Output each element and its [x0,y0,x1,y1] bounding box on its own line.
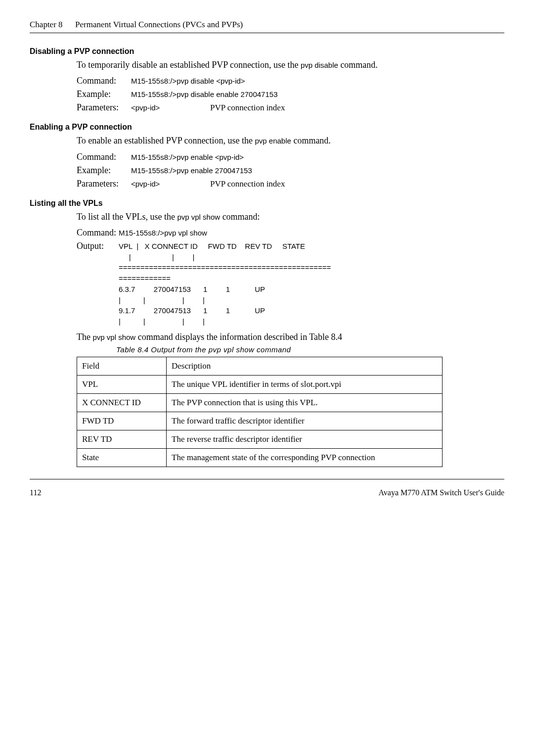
disable-intro-a: To temporarily disable an established PV… [77,60,301,70]
vpls-output-lines: VPL | X CONNECT ID FWD TD REV TD STATE |… [119,241,331,327]
table-cell-field: State [77,448,167,467]
page-header: Chapter 8 Permanent Virtual Connections … [30,20,504,30]
vpls-intro-a: To list all the VPLs, use the [77,212,177,222]
section-heading-enable: Enabling a PVP connection [30,123,504,132]
table-cell-field: REV TD [77,430,167,448]
footer-rule [30,479,504,479]
disable-command-row: Command: M15-155s8:/>pvp disable <pvp-id… [77,76,504,86]
enable-param-row: Parameters: <pvp-id> PVP connection inde… [77,179,504,189]
chapter-title: Permanent Virtual Connections (PVCs and … [75,20,243,29]
enable-param-label: Parameters: [77,179,131,189]
vpls-command-row: Command: M15-155s8:/>pvp vpl show [77,228,504,238]
table-cell-field: FWD TD [77,412,167,430]
table-cell-desc: The unique VPL identifier in terms of sl… [167,375,443,393]
vpls-after-cmd: pvp vpl show [92,333,135,341]
disable-command-label: Command: [77,76,131,86]
disable-example-row: Example: M15-155s8:/>pvp disable enable … [77,89,504,99]
doc-title: Avaya M770 ATM Switch User's Guide [378,488,504,497]
section-heading-vpls: Listing all the VPLs [30,199,504,208]
vpls-intro-b: command: [220,212,260,222]
chapter-label: Chapter 8 [30,20,63,29]
table-head-field: Field [77,357,167,375]
table-row: FWD TD The forward traffic descriptor id… [77,412,443,430]
disable-param-name: <pvp-id> [131,103,210,112]
enable-param-desc: PVP connection index [210,179,285,189]
enable-command-val: M15-155s8:/>pvp enable <pvp-id> [131,153,244,161]
table-cell-desc: The PVP connection that is using this VP… [167,393,443,412]
vpls-output-row: Output: VPL | X CONNECT ID FWD TD REV TD… [77,241,504,327]
page-footer: 112 Avaya M770 ATM Switch User's Guide [30,488,504,497]
enable-param-name: <pvp-id> [131,180,210,188]
table-row: X CONNECT ID The PVP connection that is … [77,393,443,412]
table-cell-field: VPL [77,375,167,393]
disable-example-label: Example: [77,89,131,99]
enable-intro-b: command. [291,136,331,145]
enable-example-row: Example: M15-155s8:/>pvp enable 27004715… [77,165,504,176]
disable-param-label: Parameters: [77,102,131,113]
vpls-output-label: Output: [77,241,119,327]
table-row: State The management state of the corres… [77,448,443,467]
table-cell-desc: The forward traffic descriptor identifie… [167,412,443,430]
enable-command-row: Command: M15-155s8:/>pvp enable <pvp-id> [77,152,504,162]
enable-intro-cmd: pvp enable [255,137,291,145]
section-heading-disable: Disabling a PVP connection [30,47,504,56]
table-cell-field: X CONNECT ID [77,393,167,412]
vpls-intro-cmd: pvp vpl show [177,213,220,221]
table-row: VPL The unique VPL identifier in terms o… [77,375,443,393]
page-number: 112 [30,488,41,497]
table-cell-desc: The management state of the correspondin… [167,448,443,467]
vpls-intro: To list all the VPLs, use the pvp vpl sh… [77,211,504,223]
vpls-command-label: Command: [77,228,119,238]
vpls-after-a: The [77,332,92,342]
table-row: REV TD The reverse traffic descriptor id… [77,430,443,448]
enable-intro: To enable an established PVP connection,… [77,135,504,146]
header-rule [30,33,504,33]
disable-intro-b: command. [338,60,378,70]
disable-param-row: Parameters: <pvp-id> PVP connection inde… [77,102,504,113]
disable-intro: To temporarily disable an established PV… [77,59,504,71]
table-row: Field Description [77,357,443,375]
enable-intro-a: To enable an established PVP connection,… [77,136,255,145]
disable-command-val: M15-155s8:/>pvp disable <pvp-id> [131,77,245,85]
enable-command-label: Command: [77,152,131,162]
disable-param-desc: PVP connection index [210,103,285,113]
table-caption: Table 8.4 Output from the pvp vpl show c… [116,345,504,354]
table-wrap: Table 8.4 Output from the pvp vpl show c… [77,345,504,467]
disable-example-val: M15-155s8:/>pvp disable enable 270047153 [131,90,277,98]
vpls-command-val: M15-155s8:/>pvp vpl show [119,229,207,237]
table-cell-desc: The reverse traffic descriptor identifie… [167,430,443,448]
info-table: Field Description VPL The unique VPL ide… [77,357,443,467]
vpls-after-b: command displays the information describ… [135,332,342,342]
vpls-after: The pvp vpl show command displays the in… [77,332,504,342]
enable-example-label: Example: [77,165,131,176]
enable-example-val: M15-155s8:/>pvp enable 270047153 [131,166,252,175]
disable-intro-cmd: pvp disable [301,61,338,69]
table-head-desc: Description [167,357,443,375]
